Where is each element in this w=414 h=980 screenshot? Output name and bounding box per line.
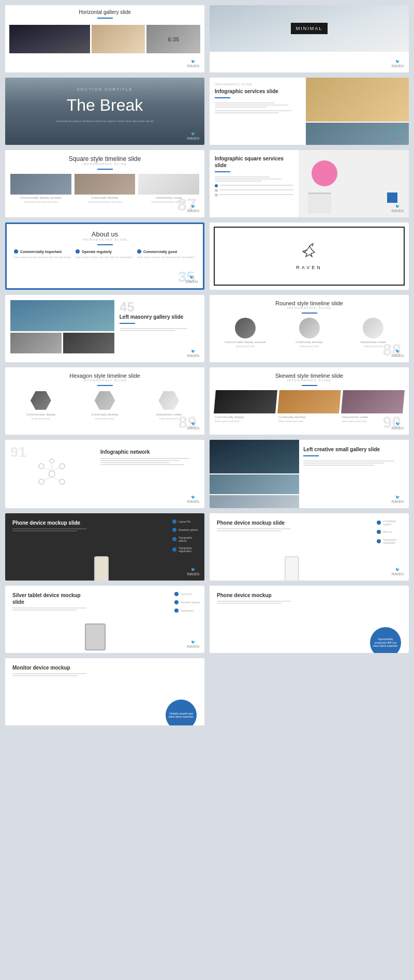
infographic-sq-title: Infographic square services slide	[215, 155, 293, 169]
col1-title: Commercially important	[20, 250, 62, 254]
creative-img-2	[210, 474, 299, 494]
raven-logo-7: 🐦RAVEN	[185, 275, 198, 284]
raven-logo-16: 🐦RAVEN	[391, 568, 404, 576]
masonry-img-bl	[10, 333, 62, 353]
white-chair	[308, 192, 331, 213]
wdot-circle-2	[377, 530, 381, 534]
network-title: Infographic network	[100, 449, 199, 455]
slide-monitor-partial: Monitor device mockup Globally parallel …	[5, 658, 204, 725]
timeline-img-2	[75, 174, 136, 195]
wdot-item-2: 896 Lire	[377, 530, 403, 534]
masonry-title: Left masonry gallery slide	[120, 314, 199, 320]
svg-line-7	[52, 468, 60, 471]
slide-the-break: SECTION SUBTITLE The Break Aeneanimas qu…	[5, 78, 204, 145]
timeline-item-1: Commercially display acoustic lorem ipsu…	[10, 174, 71, 204]
raven-logo-5: 🐦RAVEN	[187, 204, 199, 213]
monitor-partial-title: Monitor device mockup	[12, 664, 96, 671]
raven-logo-11: 🐦RAVEN	[187, 422, 199, 430]
raven-logo-9: 🐦RAVEN	[187, 349, 199, 358]
tablet-dots: Layout for Standard options Typography	[174, 592, 200, 613]
creative-gallery-imgs	[210, 440, 299, 508]
col3-title: Commercially good	[143, 250, 177, 254]
hex-img-1	[31, 390, 51, 411]
raven-logo-10: 🐦RAVEN	[391, 349, 404, 358]
timeline-img-3	[138, 174, 199, 195]
slide-phone-mockup-dark: Phone device mockup slide Layout Pic Sta…	[5, 513, 204, 581]
phone-dark-title: Phone device mockup slide	[12, 519, 86, 526]
tablet-shape	[85, 623, 106, 650]
monitor-circle-text: Globally parallel task stand alone exper…	[166, 709, 197, 721]
rounded-timeline-items: Commercially display acoustic lorem ipsu…	[215, 318, 404, 348]
dot-item-1: Layout Pic	[172, 519, 198, 524]
infographic-left: INFOGRAPHIC SLIDE Infographic services s…	[210, 78, 306, 145]
slide-raven-logo: RAVEN	[210, 222, 409, 290]
square-timeline-title: Square style timeline slide	[10, 155, 199, 162]
phone-circle-text: Appropriately productize 896 Lire stand …	[370, 635, 401, 650]
slide-left-masonry: 45 Left masonry gallery slide 🐦RAVEN	[5, 295, 204, 362]
monitor-circle-badge: Globally parallel task stand alone exper…	[166, 700, 197, 725]
slide-phone-mockup-white: Phone device mockup slide Completely sup…	[210, 513, 409, 581]
creative-img-3	[210, 495, 299, 508]
dot-item-2: Standard options	[172, 528, 198, 532]
raven-logo-14: 🐦RAVEN	[391, 495, 404, 504]
infographic-sq-left: Infographic square services slide	[210, 150, 299, 217]
timeline-item-2: Continually develop lorem ipsum dummy te…	[75, 174, 136, 204]
about-us-cols: Commercially important lorem ipsum dummy…	[14, 249, 196, 260]
skewed-img-3	[341, 390, 405, 413]
hex-img-2	[95, 390, 115, 411]
masonry-left	[10, 300, 114, 357]
col1-text: lorem ipsum dummy text lines here for de…	[14, 256, 72, 260]
svg-line-8	[44, 477, 52, 480]
about-us-label: INTRODUCING SLIDE	[14, 238, 196, 241]
gallery-image-2	[92, 25, 145, 53]
skewed-timeline-items: Commercially display lorem ipsum text he…	[215, 390, 404, 423]
tablet-title: Silver tablet device mockup slide	[12, 592, 86, 605]
pink-ball	[312, 160, 337, 186]
rounded-img-3	[363, 318, 383, 338]
the-break-subtitle: SECTION SUBTITLE	[16, 87, 194, 92]
slide-1-title: Horizontal gallery slide	[10, 9, 199, 15]
phone-white-title: Phone device mockup slide	[217, 519, 291, 526]
rounded-img-2	[299, 318, 320, 338]
tdot-circle-2	[174, 600, 179, 604]
raven-logo-13: 🐦RAVEN	[187, 495, 199, 504]
tdot-item-3: Typography	[174, 608, 200, 613]
slide-infographic-square: Infographic square services slide 🐦RAVEN	[210, 150, 409, 217]
svg-line-9	[52, 477, 60, 480]
hex-timeline-title: Hexagon style timeline slide	[10, 373, 199, 379]
skewed-img-1	[214, 390, 277, 413]
rounded-item-2: Continually develop lorem ipsum text	[279, 318, 340, 348]
infographic-img-1	[306, 78, 409, 122]
dot-item-3: Typography options	[172, 536, 198, 542]
masonry-right: 45 Left masonry gallery slide	[117, 300, 199, 357]
skewed-img-2	[277, 390, 341, 413]
slide-horizontal-gallery: Horizontal gallery slide 6:35 🐦RAVEN	[5, 5, 204, 72]
col2-text: lorem ipsum dummy text lines here for de…	[76, 256, 134, 260]
slide-infographic-services: INFOGRAPHIC SLIDE Infographic services s…	[210, 78, 409, 145]
raven-logo-12: 🐦RAVEN	[391, 422, 404, 430]
slide-about-us: About us INTRODUCING SLIDE Commercially …	[5, 222, 204, 290]
monitor-partial-inner: Monitor device mockup	[5, 658, 204, 684]
wdot-text-1: Completely support	[383, 519, 403, 526]
masonry-img-br	[63, 333, 114, 353]
slide-rounded-timeline: Rouned style timeline slide INFOGRAPHIC …	[210, 295, 409, 362]
phone-hand-area	[89, 537, 117, 581]
infographic-label: INFOGRAPHIC SLIDE	[215, 83, 301, 86]
col3-text: lorem ipsum dummy text lines here for de…	[137, 256, 196, 260]
wdot-text-2: 896 Lire	[383, 530, 403, 533]
slide-tablet-mockup: Silver tablet device mockup slide Layout…	[5, 586, 204, 653]
col2-dot	[76, 249, 80, 254]
dot-item-4: Typography registration	[172, 546, 198, 553]
wdot-item-3: Typography registration	[377, 538, 403, 544]
tdot-circle-1	[174, 592, 179, 596]
timeline-img-1	[10, 174, 71, 195]
dot-circle-2	[172, 528, 176, 532]
svg-line-6	[44, 468, 52, 471]
slide-skewed-timeline: Skewed style timeline slide INFOGRAPHIC …	[210, 367, 409, 435]
col1-dot	[14, 249, 18, 254]
raven-logo-1: 🐦RAVEN	[187, 60, 199, 68]
dot-text-2: Standard options	[179, 528, 198, 531]
masonry-number: 45	[120, 300, 199, 314]
svg-point-4	[60, 479, 65, 484]
about-col-3: Commercially good lorem ipsum dummy text…	[137, 249, 196, 260]
